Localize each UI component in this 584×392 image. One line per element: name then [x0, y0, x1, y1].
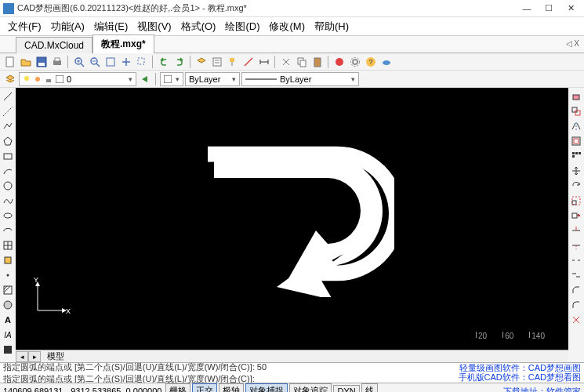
print-icon[interactable] [50, 55, 64, 69]
menu-help[interactable]: 帮助(H) [310, 17, 354, 36]
polygon-icon[interactable] [2, 135, 14, 147]
new-icon[interactable] [3, 55, 17, 69]
grid-toggle[interactable]: 栅格 [165, 383, 190, 392]
layer-select[interactable]: 0 ▾ [19, 72, 136, 86]
properties-icon[interactable] [210, 55, 224, 69]
coordinates[interactable]: 140609.689131, -9312.533865, 0.000000 [0, 387, 165, 393]
menu-file[interactable]: 文件(F) [3, 17, 46, 36]
otrack-toggle[interactable]: 对象追踪 [289, 383, 332, 392]
explode-icon[interactable] [570, 314, 582, 326]
maximize-button[interactable]: ☐ [543, 3, 554, 14]
layer-prev-icon[interactable] [138, 72, 152, 86]
ortho-toggle[interactable]: 正交 [192, 383, 217, 392]
spline-icon[interactable] [2, 194, 14, 207]
ellipse-arc-icon[interactable] [2, 224, 14, 237]
overlay-text-3: 下载地址：软件管家 [503, 386, 581, 392]
copy2-icon[interactable] [570, 105, 582, 118]
scroll-left-button[interactable]: ◂ [16, 351, 28, 362]
cut-icon[interactable] [279, 55, 293, 69]
help-icon[interactable]: ? [364, 55, 378, 69]
svg-line-51 [4, 286, 7, 289]
menu-function[interactable]: 功能(A) [46, 17, 89, 36]
menu-modify[interactable]: 修改(M) [264, 17, 310, 36]
extend-icon[interactable] [570, 239, 582, 252]
close-button[interactable]: ✕ [565, 3, 576, 14]
layers-icon[interactable] [194, 55, 209, 69]
rotate-icon[interactable] [570, 180, 582, 192]
zoom-window-icon[interactable] [135, 55, 149, 69]
redo-icon[interactable] [172, 55, 187, 69]
svg-point-33 [383, 60, 390, 65]
polar-toggle[interactable]: 极轴 [219, 383, 244, 392]
zoom-in-icon[interactable] [72, 55, 86, 69]
array-icon[interactable] [570, 150, 582, 162]
dim-icon[interactable] [257, 55, 271, 69]
mtext-icon[interactable]: IA [2, 328, 14, 341]
paste-icon[interactable] [310, 55, 325, 69]
command-line[interactable]: 指定圆弧的端点或 [第二个点(S)/回退(U)/直线(L)/宽度(W)/闭合(C… [0, 362, 584, 383]
lwt-toggle[interactable]: 线 [361, 383, 378, 392]
mirror-icon[interactable] [570, 120, 582, 132]
scroll-right-button[interactable]: ▸ [28, 351, 41, 362]
measure-icon[interactable] [241, 55, 256, 69]
osnap-toggle[interactable]: 对象捕捉 [245, 383, 288, 392]
open-icon[interactable] [19, 55, 33, 69]
join-icon[interactable] [570, 269, 582, 281]
drawing-canvas[interactable]: YX 20 60 140 [16, 88, 568, 350]
circle-icon[interactable] [2, 180, 14, 192]
chamfer-icon[interactable] [570, 284, 582, 296]
menu-edit[interactable]: 编辑(E) [89, 17, 132, 36]
gear-icon[interactable] [348, 55, 362, 69]
erase-icon[interactable] [570, 90, 582, 103]
break-icon[interactable] [570, 254, 582, 267]
zoom-extents-icon[interactable] [103, 55, 118, 69]
block-icon[interactable] [2, 254, 14, 267]
arc-icon[interactable] [2, 165, 14, 177]
svg-rect-27 [314, 58, 321, 67]
svg-rect-38 [164, 75, 172, 83]
lineweight-select[interactable]: ByLayer ▾ [241, 72, 359, 86]
fillet-icon[interactable] [570, 299, 582, 311]
menu-draw[interactable]: 绘图(D) [220, 17, 264, 36]
cloud-icon[interactable] [379, 55, 394, 69]
stretch-icon[interactable] [570, 209, 582, 222]
layer-manager-icon[interactable] [3, 72, 17, 86]
tab-mxcloud[interactable]: CAD.MxCloud [16, 37, 92, 53]
rectangle-icon[interactable] [2, 150, 14, 162]
undo-icon[interactable] [157, 55, 171, 69]
color-select[interactable]: ▾ [160, 72, 183, 86]
menu-format[interactable]: 格式(O) [176, 17, 221, 36]
save-icon[interactable] [34, 55, 49, 69]
zoom-out-icon[interactable] [88, 55, 102, 69]
region-icon[interactable] [2, 299, 14, 311]
linetype-select[interactable]: ByLayer ▾ [185, 72, 240, 86]
copy-icon[interactable] [295, 55, 309, 69]
pan-icon[interactable] [119, 55, 133, 69]
insert-icon[interactable] [2, 239, 14, 252]
svg-rect-68 [572, 155, 575, 158]
svg-text:?: ? [368, 58, 372, 66]
paint-icon[interactable] [226, 55, 240, 69]
line-preview-icon [245, 77, 277, 82]
color-icon[interactable] [332, 55, 346, 69]
point-icon[interactable] [2, 269, 14, 281]
document-tabs: CAD.MxCloud 教程.mxg* ◁ X [0, 36, 584, 53]
svg-line-52 [4, 286, 10, 292]
trim-icon[interactable] [570, 224, 582, 237]
dyn-toggle[interactable]: DYN [333, 385, 359, 393]
ellipse-icon[interactable] [2, 209, 14, 222]
move-icon[interactable] [570, 165, 582, 177]
model-tab[interactable]: 模型 [41, 350, 71, 362]
line-icon[interactable] [2, 90, 14, 103]
minimize-button[interactable]: — [521, 3, 532, 14]
text-icon[interactable]: A [2, 314, 14, 326]
tab-tutorial[interactable]: 教程.mxg* [92, 34, 154, 53]
hatch-icon[interactable] [2, 284, 14, 296]
scale-icon[interactable] [570, 194, 582, 207]
offset-icon[interactable] [570, 135, 582, 147]
menu-view[interactable]: 视图(V) [132, 17, 176, 36]
polyline-icon[interactable] [2, 120, 14, 132]
wipeout-icon[interactable] [2, 343, 14, 356]
xline-icon[interactable] [2, 105, 14, 118]
tabs-close-all[interactable]: ◁ X [566, 39, 579, 48]
